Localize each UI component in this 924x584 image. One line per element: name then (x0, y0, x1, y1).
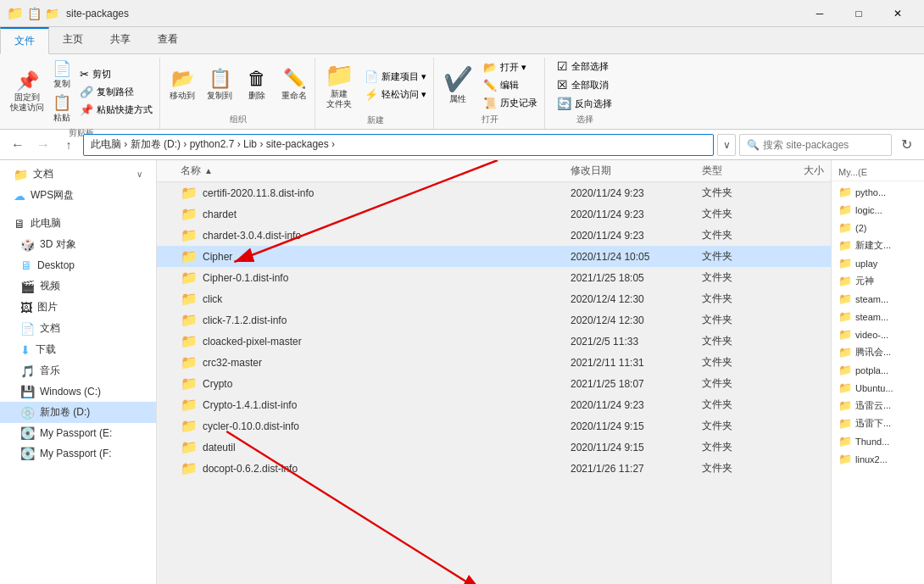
tab-home[interactable]: 主页 (49, 27, 97, 53)
maximize-button[interactable]: □ (839, 2, 878, 25)
sidebar-item-myf[interactable]: 💽 My Passport (F: (0, 443, 156, 464)
copy-path-button[interactable]: 🔗 复制路径 (76, 84, 156, 100)
list-item[interactable]: 📁 steam... (832, 290, 924, 308)
table-row[interactable]: 📁 docopt-0.6.2.dist-info 2021/1/26 11:27… (157, 458, 831, 479)
sidebar-item-newd[interactable]: 💿 新加卷 (D:) (0, 402, 156, 423)
new-item-button[interactable]: 📄 新建项目 ▾ (361, 69, 430, 85)
tab-view[interactable]: 查看 (144, 27, 192, 53)
file-name-cell: 📁 Crypto-1.4.1.dist-info (174, 397, 564, 413)
paste-button[interactable]: 📋 粘贴 (49, 92, 75, 125)
copy-to-button[interactable]: 📋 复制到 (203, 64, 237, 105)
pin-quickaccess-button[interactable]: 📌 固定到快速访问 (7, 67, 47, 116)
new-folder-button[interactable]: 📁 新建文件夹 (320, 58, 358, 113)
open-button[interactable]: 📂 打开 ▾ (480, 59, 541, 75)
sidebar-item-3d[interactable]: 🎲 3D 对象 (0, 234, 156, 255)
search-box[interactable]: 🔍 (739, 134, 892, 156)
move-to-button[interactable]: 📂 移动到 (165, 64, 199, 105)
invert-selection-button[interactable]: 🔄 反向选择 (550, 95, 619, 112)
table-row[interactable]: 📁 cloacked-pixel-master 2021/2/5 11:33 文… (157, 331, 831, 352)
deselect-all-button[interactable]: ☒ 全部取消 (550, 76, 619, 93)
table-row[interactable]: 📁 Cipher 2020/11/24 10:05 文件夹 (157, 246, 831, 267)
col-header-type[interactable]: 类型 (695, 164, 763, 178)
list-item[interactable]: 📁 potpla... (832, 361, 924, 379)
thispc-icon: 🖥 (14, 217, 25, 231)
list-item[interactable]: 📁 (2) (832, 219, 924, 236)
list-item[interactable]: 📁 logic... (832, 201, 924, 219)
table-row[interactable]: 📁 crc32-master 2021/2/11 11:31 文件夹 (157, 352, 831, 373)
rename-button[interactable]: ✏️ 重命名 (277, 64, 311, 105)
folder-icon: 📁 (181, 397, 198, 413)
sidebar-item-music[interactable]: 🎵 音乐 (0, 360, 156, 381)
list-item[interactable]: 📁 uplay (832, 254, 924, 272)
myf-label: My Passport (F: (40, 448, 112, 459)
list-item[interactable]: 📁 腾讯会... (832, 343, 924, 361)
forward-button[interactable]: → (32, 134, 54, 156)
refresh-button[interactable]: ↻ (895, 134, 917, 156)
select-all-button[interactable]: ☑ 全部选择 (550, 58, 619, 75)
minimize-button[interactable]: ─ (800, 2, 839, 25)
edit-button[interactable]: ✏️ 编辑 (480, 77, 541, 93)
video-icon: 🎬 (20, 280, 35, 293)
sidebar-item-wps[interactable]: ☁ WPS网盘 (0, 185, 156, 206)
list-item[interactable]: 📁 Thund... (832, 432, 924, 450)
tab-share[interactable]: 共享 (97, 27, 144, 53)
list-item[interactable]: 📁 新建文... (832, 236, 924, 254)
sidebar-item-pics[interactable]: 🖼 图片 (0, 297, 156, 318)
history-button[interactable]: 📜 历史记录 (480, 95, 541, 111)
right-item-label: Thund... (855, 437, 889, 447)
back-button[interactable]: ← (7, 134, 29, 156)
address-path-bar[interactable]: 此电脑 › 新加卷 (D:) › python2.7 › Lib › site-… (83, 134, 714, 156)
table-row[interactable]: 📁 click 2020/12/4 12:30 文件夹 (157, 288, 831, 309)
tab-file[interactable]: 文件 (0, 27, 49, 54)
table-row[interactable]: 📁 Cipher-0.1.dist-info 2021/1/25 18:05 文… (157, 267, 831, 288)
sidebar-item-desktop[interactable]: 🖥 Desktop (0, 255, 156, 275)
sidebar-item-docs[interactable]: 📄 文档 (0, 318, 156, 339)
move-icon: 📂 (171, 68, 194, 90)
table-row[interactable]: 📁 click-7.1.2.dist-info 2020/12/4 12:30 … (157, 309, 831, 331)
copy-button[interactable]: 📄 复制 (49, 58, 75, 92)
list-item[interactable]: 📁 迅雷下... (832, 414, 924, 432)
delete-button[interactable]: 🗑 删除 (240, 64, 274, 105)
search-input[interactable] (763, 139, 884, 151)
list-item[interactable]: 📁 linux2... (832, 450, 924, 468)
list-item[interactable]: 📁 steam... (832, 308, 924, 325)
sidebar-item-thispc[interactable]: 🖥 此电脑 (0, 213, 156, 234)
properties-button[interactable]: ✔️ 属性 (439, 62, 476, 108)
col-header-date[interactable]: 修改日期 (564, 164, 695, 178)
table-row[interactable]: 📁 cycler-0.10.0.dist-info 2020/11/24 9:1… (157, 415, 831, 437)
file-name: docopt-0.6.2.dist-info (203, 463, 298, 475)
list-item[interactable]: 📁 迅雷云... (832, 397, 924, 414)
table-row[interactable]: 📁 Crypto-1.4.1.dist-info 2020/11/24 9:23… (157, 394, 831, 415)
cut-button[interactable]: ✂ 剪切 (76, 66, 156, 82)
table-row[interactable]: 📁 chardet 2020/11/24 9:23 文件夹 (157, 203, 831, 225)
close-button[interactable]: ✕ (878, 2, 917, 25)
clipboard-icon-title: 📋 (27, 7, 42, 20)
file-type-cell: 文件夹 (695, 461, 763, 476)
sidebar-item-downloads[interactable]: ⬇ 下载 (0, 339, 156, 360)
edit-label: 编辑 (500, 79, 519, 92)
new-item-icon: 📄 (365, 70, 378, 83)
sidebar-item-documents-top[interactable]: 📁 文档 ∨ (0, 164, 156, 185)
col-header-name[interactable]: 名称 ▲ (174, 164, 564, 178)
table-row[interactable]: 📁 certifi-2020.11.8.dist-info 2020/11/24… (157, 182, 831, 203)
folder-icon: 📁 (181, 291, 198, 307)
sidebar-item-winc[interactable]: 💾 Windows (C:) (0, 381, 156, 402)
table-row[interactable]: 📁 Crypto 2021/1/25 18:07 文件夹 (157, 373, 831, 394)
music-label: 音乐 (40, 364, 60, 378)
right-item-label: pytho... (855, 187, 886, 197)
easy-access-button[interactable]: ⚡ 轻松访问 ▾ (361, 86, 430, 103)
folder-icon: 📁 (181, 375, 198, 392)
list-item[interactable]: 📁 video-... (832, 325, 924, 343)
file-name: Crypto (203, 378, 232, 390)
table-row[interactable]: 📁 dateutil 2020/11/24 9:15 文件夹 (157, 437, 831, 458)
col-header-size[interactable]: 大小 (763, 164, 831, 178)
paste-shortcut-button[interactable]: 📌 粘贴快捷方式 (76, 102, 156, 118)
up-button[interactable]: ↑ (58, 134, 80, 156)
list-item[interactable]: 📁 pytho... (832, 183, 924, 201)
list-item[interactable]: 📁 Ubuntu... (832, 379, 924, 397)
table-row[interactable]: 📁 chardet-3.0.4.dist-info 2020/11/24 9:2… (157, 225, 831, 246)
sidebar-item-mye[interactable]: 💽 My Passport (E: (0, 423, 156, 443)
list-item[interactable]: 📁 元神 (832, 272, 924, 290)
address-dropdown-button[interactable]: ∨ (717, 134, 736, 156)
sidebar-item-video[interactable]: 🎬 视频 (0, 275, 156, 297)
